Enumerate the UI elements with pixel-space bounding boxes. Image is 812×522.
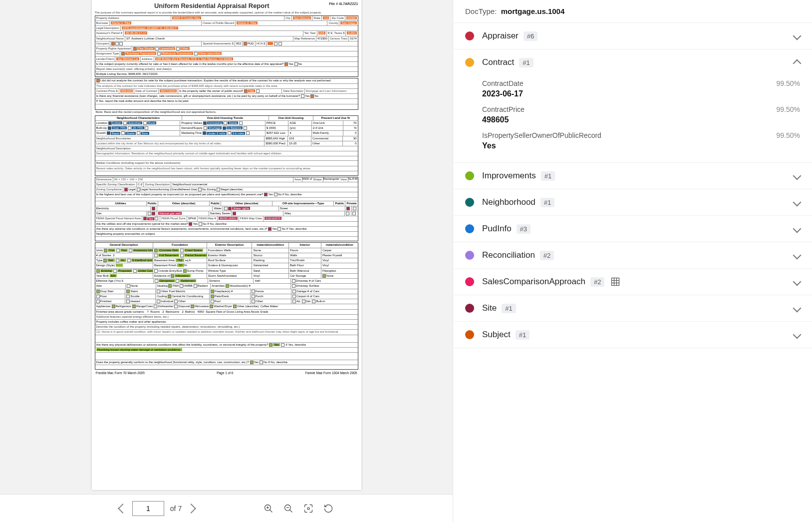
category-dot-icon (465, 224, 474, 233)
zoom-in-icon[interactable] (264, 504, 273, 514)
category-appraiser: Appraiser#6 (453, 23, 812, 49)
category-name: Site (482, 303, 497, 313)
category-name: Improvements (482, 171, 536, 181)
footer-mid: Page 1 of 6 (217, 371, 233, 375)
category-neighborhood: Neighborhood#1 (453, 189, 812, 216)
chevron-down-icon (793, 198, 802, 207)
field-value: Yes (482, 141, 800, 150)
category-site: Site#1 (453, 295, 812, 322)
field-row[interactable]: IsPropertySellerOwnerOfPublicRecord99.50… (482, 131, 800, 150)
svg-rect-8 (612, 278, 619, 286)
contract-section: I did did not analyze the contract for s… (95, 78, 358, 109)
svg-point-7 (307, 507, 309, 509)
category-pudinfo: PudInfo#3 (453, 216, 812, 242)
category-contract: Contract#1ContractDate99.50%2023-06-17Co… (453, 49, 812, 163)
category-header[interactable]: PudInfo#3 (453, 216, 812, 242)
category-count-badge: #1 (516, 330, 530, 340)
footer-right: Fannie Mae Form 1004 March 2005 (305, 371, 357, 375)
category-reconciliation: Reconciliation#2 (453, 242, 812, 269)
page-count-label: of 7 (170, 505, 182, 513)
field-row[interactable]: ContractDate99.50%2023-06-17 (482, 79, 800, 98)
chevron-up-icon (793, 59, 802, 68)
grid-icon[interactable] (610, 277, 620, 287)
chevron-down-icon (793, 225, 802, 233)
category-header[interactable]: Reconciliation#2 (453, 242, 812, 268)
svg-line-5 (290, 510, 292, 512)
category-dot-icon (465, 58, 474, 67)
chevron-down-icon (793, 251, 802, 260)
chevron-down-icon (793, 331, 802, 339)
field-confidence: 99.50% (777, 79, 800, 87)
category-dot-icon (465, 330, 474, 339)
pager-toolbar: of 7 (0, 494, 453, 522)
category-header[interactable]: SalesComparisonApproach#2 (453, 269, 812, 295)
category-dot-icon (465, 277, 474, 286)
category-header[interactable]: Appraiser#6 (453, 23, 812, 49)
zoom-out-icon[interactable] (283, 504, 293, 514)
side-panel: DocType: mortgage.us.1004 Appraiser#6Con… (453, 0, 812, 522)
next-page-button[interactable] (186, 504, 196, 514)
field-value: 498605 (482, 115, 800, 124)
category-name: PudInfo (482, 224, 512, 234)
category-header[interactable]: Contract#1 (453, 49, 812, 75)
category-header[interactable]: Neighborhood#1 (453, 189, 812, 215)
category-name: Reconciliation (482, 250, 535, 260)
category-dot-icon (465, 171, 474, 180)
doctype-value: mortgage.us.1004 (501, 7, 565, 15)
category-count-badge: #1 (541, 198, 554, 207)
category-name: Neighborhood (482, 197, 536, 207)
category-count-badge: #1 (519, 58, 533, 67)
field-value: 2023-06-17 (482, 89, 800, 98)
category-name: Appraiser (482, 31, 519, 41)
doc-title: Uniform Residential Appraisal Report (154, 2, 270, 9)
chevron-down-icon (793, 32, 802, 40)
fit-page-icon[interactable] (303, 504, 313, 514)
field-confidence: 99.50% (777, 131, 800, 139)
category-header[interactable]: Site#1 (453, 295, 812, 321)
category-dot-icon (465, 251, 474, 260)
field-label: ContractDate (482, 79, 523, 87)
doc-intro: The purpose of this summary appraisal re… (95, 11, 358, 14)
field-confidence: 99.50% (777, 105, 800, 113)
category-body: ContractDate99.50%2023-06-17ContractPric… (453, 79, 812, 162)
category-dot-icon (465, 31, 474, 40)
subject-section: Property Address 8405 S Croddy Way City … (95, 15, 358, 77)
category-count-badge: #1 (502, 304, 516, 313)
improvements-section: General Description Foundation Exterior … (95, 242, 358, 370)
chevron-down-icon (793, 304, 802, 313)
category-name: SalesComparisonApproach (482, 277, 585, 287)
page-number-input[interactable] (132, 501, 164, 516)
chevron-down-icon (793, 172, 802, 180)
site-section: Dimensions89 × 155 + 190 × 259 Area4000 … (95, 177, 358, 242)
document-page: Uniform Residential Appraisal Report Fil… (92, 0, 361, 490)
field-label: ContractPrice (482, 105, 525, 113)
category-name: Subject (482, 330, 511, 340)
category-count-badge: #2 (540, 251, 554, 260)
svg-line-1 (270, 510, 272, 512)
footer-left: Freddie Mac Form 70 March 2005 (96, 371, 145, 375)
doctype-row: DocType: mortgage.us.1004 (453, 0, 812, 23)
category-header[interactable]: Subject#1 (453, 322, 812, 348)
category-salescomparisonapproach: SalesComparisonApproach#2 (453, 269, 812, 295)
category-subject: Subject#1 (453, 322, 812, 348)
category-header[interactable]: Improvements#1 (453, 163, 812, 189)
category-count-badge: #2 (590, 277, 604, 287)
category-count-badge: #3 (517, 224, 531, 234)
document-viewer: Uniform Residential Appraisal Report Fil… (0, 0, 453, 522)
prev-page-button[interactable] (118, 504, 128, 514)
document-scroll[interactable]: Uniform Residential Appraisal Report Fil… (0, 0, 453, 494)
category-count-badge: #1 (541, 171, 555, 181)
field-label: IsPropertySellerOwnerOfPublicRecord (482, 131, 601, 139)
category-dot-icon (465, 304, 474, 313)
category-count-badge: #6 (524, 31, 538, 41)
category-improvements: Improvements#1 (453, 163, 812, 189)
neighborhood-section: Neighborhood Characteristics One-Unit Ho… (95, 115, 358, 176)
field-row[interactable]: ContractPrice99.50%498605 (482, 105, 800, 124)
chevron-down-icon (793, 278, 802, 286)
category-name: Contract (482, 57, 514, 67)
category-dot-icon (465, 198, 474, 207)
rotate-icon[interactable] (323, 504, 333, 514)
